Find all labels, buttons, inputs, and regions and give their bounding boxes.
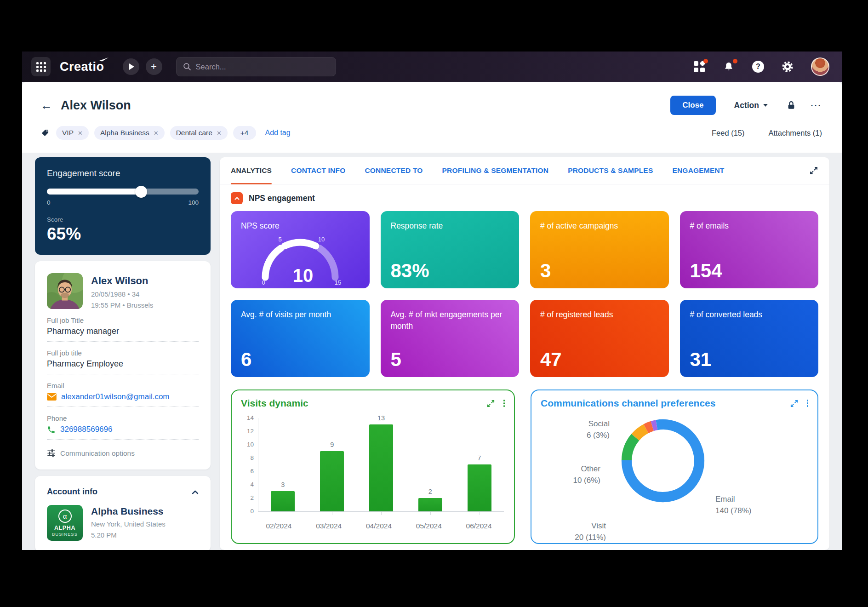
tab-label: CONTACT INFO bbox=[291, 166, 345, 175]
tag-overflow-pill[interactable]: +4 bbox=[233, 126, 256, 140]
settings-gear-icon[interactable] bbox=[782, 61, 794, 73]
tab-products-samples[interactable]: PRODUCTS & SAMPLES bbox=[568, 157, 653, 184]
remove-tag-icon[interactable]: ✕ bbox=[217, 130, 222, 137]
close-button[interactable]: Close bbox=[670, 96, 715, 115]
chart-menu-icon[interactable] bbox=[503, 400, 505, 407]
play-button[interactable] bbox=[123, 58, 139, 75]
metric-card-4[interactable]: # of emails154 bbox=[680, 211, 819, 288]
remove-tag-icon[interactable]: ✕ bbox=[154, 130, 159, 137]
communication-options[interactable]: Communication options bbox=[47, 449, 199, 458]
app-launcher-button[interactable] bbox=[31, 57, 51, 76]
svg-text:10: 10 bbox=[318, 236, 325, 243]
chevron-down-icon bbox=[763, 104, 768, 107]
phone-link[interactable]: 326988569696 bbox=[60, 425, 112, 434]
metric-card-2[interactable]: Response rate83% bbox=[381, 211, 520, 288]
add-tag-link[interactable]: Add tag bbox=[265, 129, 291, 137]
y-tick-label: 14 bbox=[239, 415, 254, 421]
chevron-up-icon[interactable] bbox=[192, 489, 199, 495]
metric-card-value: 154 bbox=[690, 260, 722, 282]
metric-card-7[interactable]: # of registered leads47 bbox=[530, 300, 669, 377]
marketplace-icon[interactable] bbox=[693, 61, 705, 73]
add-new-button[interactable]: + bbox=[146, 58, 162, 75]
logo-swoosh-icon bbox=[99, 57, 109, 62]
metric-card-title: Response rate bbox=[391, 220, 509, 232]
help-icon[interactable]: ? bbox=[752, 61, 764, 73]
search-placeholder: Search... bbox=[196, 63, 226, 71]
y-tick-label: 12 bbox=[239, 428, 254, 435]
tab-engagement[interactable]: ENGAGEMENT bbox=[672, 157, 724, 184]
tab-profiling-segmentation[interactable]: PROFILING & SEGMENTATION bbox=[442, 157, 549, 184]
account-info-title: Account info bbox=[47, 487, 97, 497]
tag-pill[interactable]: Alpha Business✕ bbox=[94, 126, 165, 140]
tab-contact-info[interactable]: CONTACT INFO bbox=[291, 157, 345, 184]
notifications-bell-icon[interactable] bbox=[723, 61, 735, 73]
svg-text:15: 15 bbox=[335, 279, 341, 285]
y-tick-label: 6 bbox=[239, 468, 254, 475]
donut-chart-body: Email140 (78%)Visit20 (11%)Other10 (6%)S… bbox=[531, 412, 817, 536]
search-icon bbox=[183, 63, 191, 71]
y-tick-label: 10 bbox=[239, 441, 254, 448]
metric-card-3[interactable]: # of active campaigns3 bbox=[530, 211, 669, 288]
job-title-field-2[interactable]: Full job title Pharmacy Employee bbox=[47, 349, 199, 374]
tab-label: ENGAGEMENT bbox=[672, 166, 724, 175]
bar-value-label: 7 bbox=[478, 454, 481, 462]
remove-tag-icon[interactable]: ✕ bbox=[78, 130, 83, 137]
chart-menu-icon[interactable] bbox=[807, 400, 809, 407]
bar bbox=[418, 498, 442, 511]
donut-segment-social bbox=[621, 419, 705, 503]
bar-value-label: 3 bbox=[281, 481, 285, 488]
tag-overflow-label: +4 bbox=[240, 129, 249, 137]
marketplace-badge-dot bbox=[703, 59, 708, 63]
record-tabs-panel: ANALYTICSCONTACT INFOCONNECTED TOPROFILI… bbox=[220, 157, 829, 550]
question-mark: ? bbox=[752, 61, 764, 73]
action-dropdown[interactable]: Action bbox=[731, 100, 771, 111]
back-arrow-icon[interactable]: ← bbox=[40, 99, 52, 111]
bar-slot: 7 bbox=[455, 418, 504, 511]
tag-pill[interactable]: Dental care✕ bbox=[170, 126, 228, 140]
email-field[interactable]: Email alexander01wilson@gmail.com bbox=[47, 382, 199, 407]
feed-link[interactable]: Feed (15) bbox=[712, 129, 745, 137]
slider-thumb[interactable] bbox=[135, 186, 147, 198]
tag-icon bbox=[40, 128, 50, 137]
search-input[interactable]: Search... bbox=[176, 57, 336, 76]
metric-card-1[interactable]: NPS score05101510 bbox=[231, 211, 370, 288]
donut-segment-small bbox=[621, 419, 705, 503]
attachments-link[interactable]: Attachments (1) bbox=[769, 129, 822, 137]
action-label: Action bbox=[734, 101, 759, 110]
y-tick-label: 2 bbox=[239, 495, 254, 501]
creatio-logo: Creatio bbox=[60, 60, 111, 74]
phone-field[interactable]: Phone 326988569696 bbox=[47, 414, 199, 440]
charts-row: Visits dynamic 14121086420 391327 02/202… bbox=[231, 389, 818, 544]
logo-line2: BUSINESS bbox=[52, 532, 78, 537]
metric-card-title: Avg. # of visits per month bbox=[241, 309, 360, 321]
tab-connected-to[interactable]: CONNECTED TO bbox=[365, 157, 423, 184]
job-title-field[interactable]: Full job Title Pharmacy manager bbox=[47, 316, 199, 342]
metric-card-8[interactable]: # of converted leads31 bbox=[680, 300, 819, 377]
score-value: 65% bbox=[47, 224, 199, 244]
more-options-icon[interactable]: ⋯ bbox=[810, 103, 822, 108]
tab-label: CONNECTED TO bbox=[365, 166, 423, 175]
bar-slot: 2 bbox=[405, 418, 455, 511]
expand-chart-icon[interactable] bbox=[486, 399, 495, 408]
user-avatar[interactable] bbox=[811, 57, 829, 76]
lock-icon[interactable] bbox=[786, 100, 796, 110]
channel-preferences-card: Communications channel preferences Email… bbox=[531, 389, 818, 544]
slider-max-label: 100 bbox=[188, 199, 199, 206]
envelope-icon bbox=[47, 393, 57, 401]
play-icon bbox=[129, 63, 134, 70]
collapse-section-icon[interactable] bbox=[231, 192, 243, 204]
bar-chart-y-axis: 14121086420 bbox=[239, 415, 258, 515]
metric-card-6[interactable]: Avg. # of mkt engagements per month5 bbox=[381, 300, 520, 377]
engagement-score-card: Engagement score 0 100 Score 65% bbox=[35, 157, 211, 255]
tab-analytics[interactable]: ANALYTICS bbox=[231, 157, 272, 184]
account-logo: α ALPHA BUSINESS bbox=[47, 505, 83, 541]
tag-pill[interactable]: VIP✕ bbox=[56, 126, 89, 140]
account-name[interactable]: Alpha Business bbox=[91, 506, 166, 517]
email-link[interactable]: alexander01wilson@gmail.com bbox=[61, 392, 170, 401]
expand-chart-icon[interactable] bbox=[790, 399, 799, 408]
metric-card-5[interactable]: Avg. # of visits per month6 bbox=[231, 300, 370, 377]
expand-panel-icon[interactable] bbox=[809, 166, 818, 175]
left-sidebar: Engagement score 0 100 Score 65% bbox=[35, 157, 211, 550]
tag-label: VIP bbox=[62, 129, 74, 137]
engagement-slider[interactable] bbox=[47, 189, 199, 195]
